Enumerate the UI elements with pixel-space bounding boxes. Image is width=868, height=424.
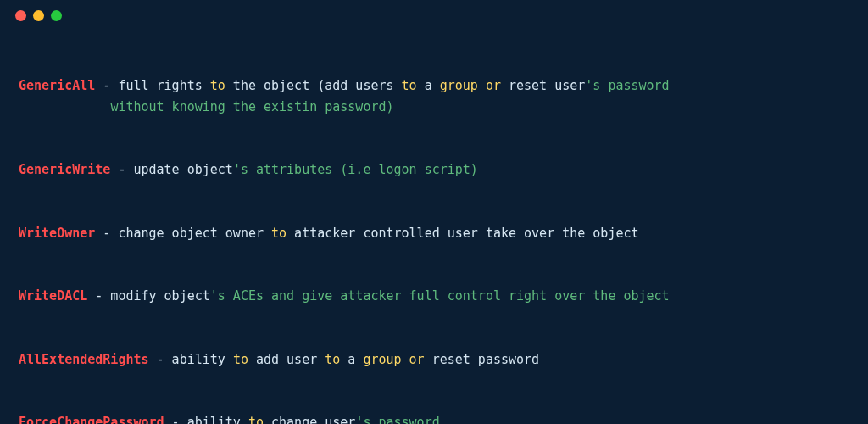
text: add user: [248, 352, 325, 367]
kw-to: to: [233, 352, 248, 367]
text: - update object: [110, 162, 233, 177]
entry-forcechangepassword: ForceChangePassword - ability to change …: [19, 412, 849, 424]
entry-allextendedrights: AllExtendedRights - ability to add user …: [19, 349, 849, 371]
kw-to: to: [325, 352, 340, 367]
text: attacker controlled user take over the o…: [287, 226, 638, 241]
text: - ability: [149, 352, 233, 367]
perm-name: WriteOwner: [19, 226, 95, 241]
perm-name: ForceChangePassword: [19, 415, 164, 424]
kw-group: group: [363, 352, 401, 367]
continuation: without knowing the existin password): [19, 99, 394, 114]
kw-to: to: [210, 78, 225, 93]
kw-to: to: [248, 415, 264, 424]
text: reset user: [501, 78, 585, 93]
terminal-content: GenericAll - full rights to the object (…: [0, 31, 868, 424]
kw-to: to: [402, 78, 417, 93]
kw-group: group: [440, 78, 478, 93]
text: change user: [264, 415, 355, 424]
kw-or: or: [409, 352, 425, 367]
text: - full rights: [95, 78, 209, 93]
text: s password: [593, 78, 669, 93]
text: a: [417, 78, 440, 93]
kw-to: to: [271, 226, 287, 241]
zoom-icon[interactable]: [51, 10, 62, 21]
apostrophe: ': [210, 288, 218, 304]
kw-or: or: [486, 78, 501, 93]
entry-writedacl: WriteDACL - modify object's ACEs and giv…: [19, 286, 849, 307]
text: reset password: [425, 352, 539, 367]
entry-genericwrite: GenericWrite - update object's attribute…: [19, 159, 849, 181]
text: the object (add users: [225, 78, 402, 93]
minimize-icon[interactable]: [33, 10, 44, 21]
perm-name: GenericAll: [19, 78, 95, 93]
apostrophe: ': [233, 162, 241, 177]
text: [402, 352, 409, 367]
window-titlebar: [0, 0, 868, 31]
text: [478, 78, 486, 93]
entry-genericall: GenericAll - full rights to the object (…: [19, 75, 849, 118]
text: s ACEs and give attacker full control ri…: [218, 288, 670, 304]
text: - ability: [164, 415, 248, 424]
text: s attributes (i.e logon script): [241, 162, 478, 177]
text: - change object owner: [95, 226, 271, 241]
perm-name: WriteDACL: [19, 288, 87, 304]
close-icon[interactable]: [15, 10, 26, 21]
text: s password: [363, 415, 439, 424]
perm-name: AllExtendedRights: [19, 352, 149, 367]
entry-writeowner: WriteOwner - change object owner to atta…: [19, 223, 849, 244]
text: - modify object: [87, 288, 210, 304]
apostrophe: ': [585, 78, 593, 93]
perm-name: GenericWrite: [19, 162, 110, 177]
text: a: [340, 352, 363, 367]
